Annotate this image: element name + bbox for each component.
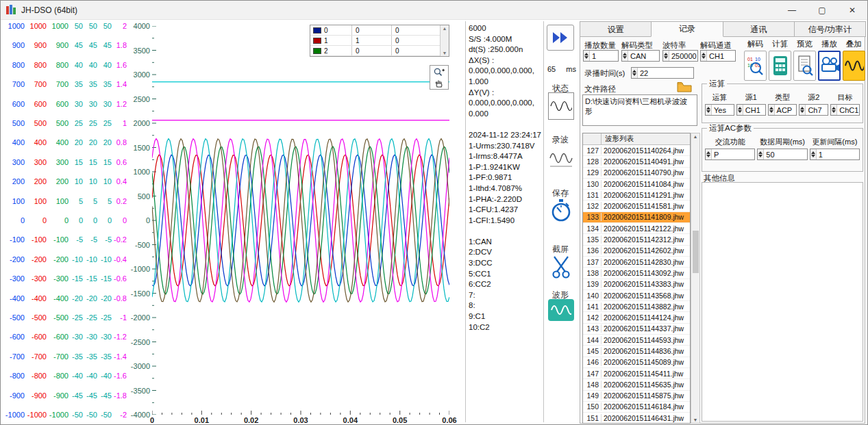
spinner-value: ACP: [775, 105, 797, 115]
spinner-arrows-icon[interactable]: [831, 105, 837, 115]
legend-row[interactable]: 000: [310, 25, 440, 36]
waveform-list-row[interactable]: 13320200620151141809.jhw: [583, 212, 690, 223]
save-button[interactable]: [548, 197, 574, 224]
legend-row[interactable]: 200: [310, 46, 440, 56]
spinner-交流功能[interactable]: P: [705, 149, 755, 160]
spinner-arrows-icon[interactable]: [758, 149, 764, 159]
y-tick-label: 100: [56, 197, 69, 205]
spinner-数据周期(ms)[interactable]: 50: [757, 149, 807, 160]
waveform-list-row[interactable]: 13220200620151141581.jhw: [583, 201, 690, 211]
waveform-list-row[interactable]: 13120200620151141291.jhw: [583, 190, 690, 201]
spinner-目标[interactable]: ChC1: [830, 104, 860, 116]
waveform-list-row[interactable]: 14320200620151144337.jhw: [583, 324, 690, 335]
preview-button[interactable]: [793, 51, 816, 81]
spinner-类型[interactable]: ACP: [768, 104, 797, 116]
scroll-up-icon[interactable]: ▲: [691, 134, 699, 139]
waveform-list-row[interactable]: 15120200620151146431.jhw: [583, 413, 690, 423]
waveform-list-row[interactable]: 14420200620151144593.jhw: [583, 335, 690, 346]
waveform-list-title: 波形列表: [602, 134, 690, 144]
fast-forward-button[interactable]: [547, 25, 574, 51]
other-info-box[interactable]: [702, 182, 863, 422]
y-tick-label: 10: [75, 177, 83, 185]
decode-button[interactable]: 01 10 10 01: [744, 51, 767, 81]
waveform-list-row[interactable]: 14220200620151144124.jhw: [583, 312, 690, 323]
playback-count-spinner[interactable]: 1: [583, 50, 619, 62]
legend-row[interactable]: 110: [310, 36, 440, 46]
waveform-list-row[interactable]: 13820200620151143092.jhw: [583, 268, 690, 279]
tab-信号/功率计[interactable]: 信号/功率计: [794, 21, 866, 37]
spinner-运算[interactable]: Yes: [705, 104, 734, 116]
spinner-arrows-icon[interactable]: [737, 105, 743, 115]
play-button[interactable]: [818, 51, 841, 81]
window-title: JH-DSO (64bit): [21, 5, 77, 15]
overlay-button[interactable]: [843, 51, 865, 81]
zoom-in-icon[interactable]: [434, 68, 445, 77]
waveform-list-row[interactable]: 12920200620151140790.jhw: [583, 168, 690, 179]
minimize-button[interactable]: —: [777, 1, 807, 20]
y-tick-label: -25: [86, 313, 97, 322]
record-time-spinner[interactable]: 22: [631, 67, 694, 79]
calc-button[interactable]: [769, 51, 791, 81]
spinner-arrows-icon[interactable]: [701, 51, 707, 61]
y-tick-label: 5: [108, 197, 112, 205]
tab-设置[interactable]: 设置: [580, 21, 652, 37]
waveform-list-scrollbar[interactable]: ▲ ▼: [691, 133, 700, 424]
waveform-list-row[interactable]: 14920200620151145875.jhw: [583, 391, 690, 402]
waveform-list-row[interactable]: 13420200620151142122.jhw: [583, 223, 690, 234]
baud-rate-spinner[interactable]: 250000: [662, 50, 698, 62]
close-button[interactable]: ✕: [837, 1, 867, 20]
tab-通讯[interactable]: 通讯: [723, 21, 795, 37]
status-thumbnail[interactable]: [548, 92, 574, 120]
spinner-arrows-icon[interactable]: [706, 149, 712, 159]
browse-folder-button[interactable]: [675, 81, 694, 93]
spinner-源2[interactable]: Ch7: [799, 104, 828, 116]
waveform-list-row[interactable]: 14720200620151145411.jhw: [583, 368, 690, 379]
waveform-list-row[interactable]: 15020200620151146184.jhw: [583, 402, 690, 413]
preview-button-label: 预览: [797, 39, 813, 49]
waveform-list-row[interactable]: 14820200620151145635.jhw: [583, 379, 690, 390]
waveform-list-row[interactable]: 14520200620151144836.jhw: [583, 346, 690, 357]
scroll-down-icon[interactable]: ▼: [691, 417, 699, 422]
tab-记录[interactable]: 记录: [651, 21, 723, 37]
row-index: 146: [583, 358, 602, 366]
spinner-arrows-icon[interactable]: [706, 105, 712, 115]
row-filename: 20200620151140491.jhw: [602, 157, 690, 166]
waveform-list-row[interactable]: 13920200620151143383.jhw: [583, 279, 690, 290]
pan-hand-icon[interactable]: [434, 78, 444, 88]
spinner-arrows-icon[interactable]: [663, 51, 669, 61]
y-tick-label: -15: [101, 274, 112, 283]
spinner-arrows-icon[interactable]: [810, 149, 817, 159]
spinner-更新间隔(ms)[interactable]: 1: [810, 149, 860, 160]
waveform-list-row[interactable]: 13020200620151141084.jhw: [583, 179, 690, 190]
decode-type-spinner[interactable]: CAN: [621, 50, 660, 62]
legend-scrollbar[interactable]: ▲▼: [440, 25, 449, 56]
waveform-button[interactable]: [548, 299, 574, 321]
waveform-plot[interactable]: 000110200 ▲▼: [152, 26, 449, 415]
spinner-源1[interactable]: CH1: [736, 104, 766, 116]
column-header: 运算: [705, 92, 734, 103]
waveform-list-row[interactable]: 13520200620151142312.jhw: [583, 234, 690, 245]
spinner-arrows-icon[interactable]: [799, 105, 806, 115]
row-filename: 20200620151141581.jhw: [602, 202, 690, 210]
record-wave-button[interactable]: [548, 144, 574, 172]
waveform-list-row[interactable]: 12820200620151140491.jhw: [583, 156, 690, 167]
decode-channel-spinner[interactable]: CH1: [700, 50, 736, 62]
screenshot-button[interactable]: [548, 253, 574, 281]
spinner-arrows-icon[interactable]: [632, 68, 638, 78]
y-tick-label: 1.8: [116, 41, 127, 49]
waveform-list-row[interactable]: 14620200620151145089.jhw: [583, 357, 690, 368]
waveform-list-row[interactable]: 14020200620151143568.jhw: [583, 290, 690, 301]
spinner-arrows-icon[interactable]: [584, 51, 590, 61]
axis-main: 40003500300025002000150010005000-500-100…: [129, 22, 152, 419]
scroll-thumb[interactable]: [693, 231, 699, 273]
file-path-box[interactable]: D:\快速访问资料\三相机录波波形: [582, 94, 697, 126]
waveform-list-row[interactable]: 13720200620151142830.jhw: [583, 257, 690, 268]
waveform-list-row[interactable]: 13620200620151142602.jhw: [583, 246, 690, 257]
spinner-arrows-icon[interactable]: [769, 105, 775, 115]
y-tick-label: -3000: [131, 362, 150, 370]
maximize-button[interactable]: ▢: [807, 1, 837, 20]
spinner-arrows-icon[interactable]: [622, 51, 628, 61]
spinner-value: P: [712, 149, 754, 159]
waveform-list-row[interactable]: 14120200620151143882.jhw: [583, 301, 690, 312]
waveform-list-row[interactable]: 12720200620151140264.jhw: [583, 145, 690, 156]
